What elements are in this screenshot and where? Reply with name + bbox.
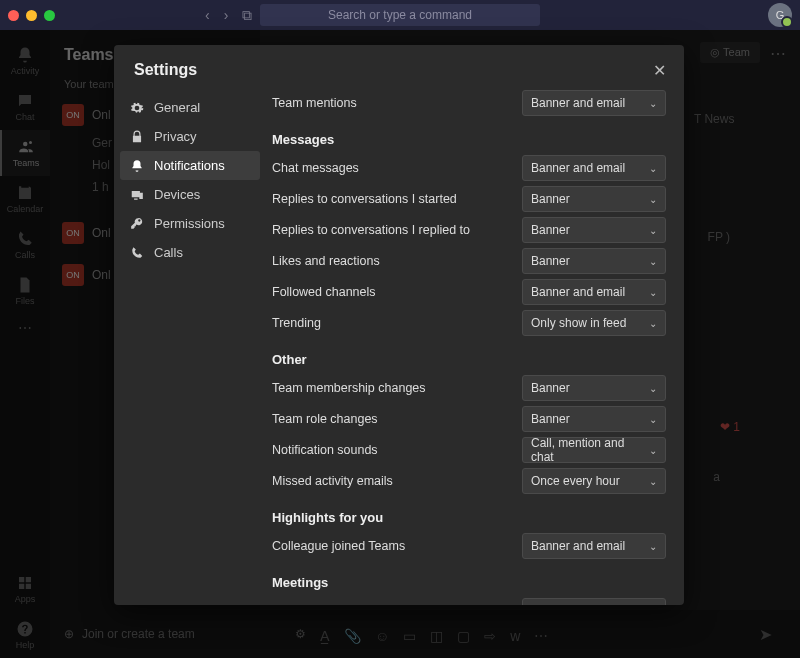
- dropdown-role-changes[interactable]: Banner ⌄: [522, 406, 666, 432]
- chevron-down-icon: ⌄: [649, 287, 657, 298]
- row-label: Team membership changes: [272, 381, 426, 395]
- popout-icon[interactable]: ⧉: [242, 7, 252, 24]
- chevron-down-icon: ⌄: [649, 476, 657, 487]
- dropdown-value: Banner: [531, 604, 570, 605]
- dropdown-chat-messages[interactable]: Banner and email ⌄: [522, 155, 666, 181]
- forward-button[interactable]: ›: [224, 7, 229, 23]
- row-label: Team role changes: [272, 412, 378, 426]
- nav-general[interactable]: General: [120, 93, 260, 122]
- chevron-down-icon: ⌄: [649, 256, 657, 267]
- key-icon: [130, 217, 144, 231]
- section-meetings: Meetings: [272, 575, 666, 590]
- row-label: Missed activity emails: [272, 474, 393, 488]
- dropdown-value: Banner: [531, 223, 570, 237]
- close-icon[interactable]: ✕: [653, 61, 666, 80]
- dropdown-likes[interactable]: Banner ⌄: [522, 248, 666, 274]
- modal-title: Settings: [134, 61, 197, 79]
- gear-icon: [130, 101, 144, 115]
- dropdown-value: Banner and email: [531, 539, 625, 553]
- row-label: Likes and reactions: [272, 254, 380, 268]
- nav-label: Privacy: [154, 129, 197, 144]
- nav-label: Calls: [154, 245, 183, 260]
- avatar[interactable]: G: [768, 3, 792, 27]
- section-other: Other: [272, 352, 666, 367]
- dropdown-replies-replied[interactable]: Banner ⌄: [522, 217, 666, 243]
- dropdown-value: Call, mention and chat: [531, 436, 649, 464]
- settings-nav: General Privacy Notifications Devices Pe…: [114, 85, 266, 605]
- row-role-changes: Team role changes Banner ⌄: [272, 406, 666, 432]
- row-team-mentions: Team mentions Banner and email ⌄: [272, 90, 666, 116]
- row-label: Trending: [272, 316, 321, 330]
- section-messages: Messages: [272, 132, 666, 147]
- chevron-down-icon: ⌄: [649, 414, 657, 425]
- dropdown-value: Only show in feed: [531, 316, 626, 330]
- row-label: Chat messages: [272, 161, 359, 175]
- row-sounds: Notification sounds Call, mention and ch…: [272, 437, 666, 463]
- chevron-down-icon: ⌄: [649, 194, 657, 205]
- history-nav: ‹ › ⧉: [205, 7, 252, 24]
- nav-privacy[interactable]: Privacy: [120, 122, 260, 151]
- window-controls: [8, 10, 55, 21]
- dropdown-value: Banner and email: [531, 96, 625, 110]
- nav-label: Notifications: [154, 158, 225, 173]
- dropdown-trending[interactable]: Only show in feed ⌄: [522, 310, 666, 336]
- row-trending: Trending Only show in feed ⌄: [272, 310, 666, 336]
- nav-label: Devices: [154, 187, 200, 202]
- chevron-down-icon: ⌄: [649, 541, 657, 552]
- settings-modal: Settings ✕ General Privacy Notifications: [114, 45, 684, 605]
- nav-permissions[interactable]: Permissions: [120, 209, 260, 238]
- row-missed: Missed activity emails Once every hour ⌄: [272, 468, 666, 494]
- row-membership: Team membership changes Banner ⌄: [272, 375, 666, 401]
- row-replies-started: Replies to conversations I started Banne…: [272, 186, 666, 212]
- dropdown-membership[interactable]: Banner ⌄: [522, 375, 666, 401]
- dropdown-sounds[interactable]: Call, mention and chat ⌄: [522, 437, 666, 463]
- nav-devices[interactable]: Devices: [120, 180, 260, 209]
- dropdown-followed[interactable]: Banner and email ⌄: [522, 279, 666, 305]
- row-label: Notification sounds: [272, 443, 378, 457]
- dropdown-value: Banner and email: [531, 161, 625, 175]
- row-label: Meeting started notification: [272, 604, 421, 605]
- dropdown-value: Once every hour: [531, 474, 620, 488]
- chevron-down-icon: ⌄: [649, 383, 657, 394]
- row-meeting-started: Meeting started notification Banner ⌄: [272, 598, 666, 605]
- bell-icon: [130, 159, 144, 173]
- dropdown-meeting-started[interactable]: Banner ⌄: [522, 598, 666, 605]
- maximize-window[interactable]: [44, 10, 55, 21]
- dropdown-team-mentions[interactable]: Banner and email ⌄: [522, 90, 666, 116]
- chevron-down-icon: ⌄: [649, 225, 657, 236]
- row-label: Colleague joined Teams: [272, 539, 405, 553]
- back-button[interactable]: ‹: [205, 7, 210, 23]
- minimize-window[interactable]: [26, 10, 37, 21]
- chevron-down-icon: ⌄: [649, 318, 657, 329]
- lock-icon: [130, 130, 144, 144]
- row-chat-messages: Chat messages Banner and email ⌄: [272, 155, 666, 181]
- nav-calls[interactable]: Calls: [120, 238, 260, 267]
- close-window[interactable]: [8, 10, 19, 21]
- dropdown-value: Banner and email: [531, 285, 625, 299]
- dropdown-colleague[interactable]: Banner and email ⌄: [522, 533, 666, 559]
- row-followed: Followed channels Banner and email ⌄: [272, 279, 666, 305]
- devices-icon: [130, 188, 144, 202]
- section-highlights: Highlights for you: [272, 510, 666, 525]
- row-replies-replied: Replies to conversations I replied to Ba…: [272, 217, 666, 243]
- dropdown-value: Banner: [531, 412, 570, 426]
- dropdown-value: Banner: [531, 192, 570, 206]
- row-likes: Likes and reactions Banner ⌄: [272, 248, 666, 274]
- dropdown-value: Banner: [531, 381, 570, 395]
- titlebar: ‹ › ⧉ Search or type a command G: [0, 0, 800, 30]
- nav-label: Permissions: [154, 216, 225, 231]
- row-colleague: Colleague joined Teams Banner and email …: [272, 533, 666, 559]
- dropdown-missed[interactable]: Once every hour ⌄: [522, 468, 666, 494]
- row-label: Followed channels: [272, 285, 376, 299]
- dropdown-replies-started[interactable]: Banner ⌄: [522, 186, 666, 212]
- row-label: Replies to conversations I replied to: [272, 223, 470, 237]
- row-label: Team mentions: [272, 96, 357, 110]
- dropdown-value: Banner: [531, 254, 570, 268]
- row-label: Replies to conversations I started: [272, 192, 457, 206]
- nav-notifications[interactable]: Notifications: [120, 151, 260, 180]
- settings-content: Team mentions Banner and email ⌄ Message…: [266, 85, 684, 605]
- modal-header: Settings: [114, 45, 684, 85]
- nav-label: General: [154, 100, 200, 115]
- search-input[interactable]: Search or type a command: [260, 4, 540, 26]
- chevron-down-icon: ⌄: [649, 445, 657, 456]
